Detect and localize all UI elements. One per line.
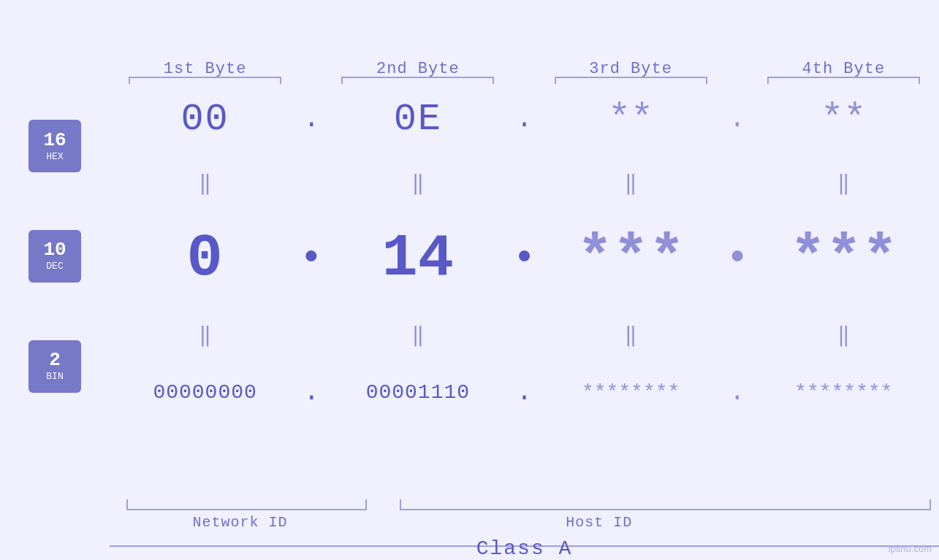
byte-header-2: 2nd Byte [322, 60, 513, 84]
equals-3: ‖ [536, 171, 726, 196]
dec-byte-3: *** [536, 225, 726, 293]
dot-bin-3: . [726, 377, 748, 407]
dot-hex-1: . [300, 104, 322, 134]
equals-8: ‖ [748, 323, 939, 348]
dot-dec-1: • [300, 237, 322, 280]
equals-row-2: ‖ ‖ ‖ ‖ [110, 321, 939, 350]
badges-column: 16 HEX 10 DEC 2 BIN [0, 84, 110, 465]
bracket-network [126, 499, 367, 510]
equals-row-1: ‖ ‖ ‖ ‖ [110, 169, 939, 198]
bottom-section: Network ID Host ID Class A [110, 465, 939, 560]
bracket-top-1 [129, 77, 281, 84]
bin-byte-2: 00001110 [322, 381, 513, 404]
hex-row: 00 . 0E . ** . ** [110, 98, 939, 141]
dec-row: 0 • 14 • *** • *** [110, 225, 939, 293]
bin-byte-4: ******** [748, 381, 939, 404]
dot-bin-2: . [514, 377, 536, 407]
equals-1: ‖ [110, 171, 300, 196]
dot-bin-1: . [300, 377, 322, 407]
badge-bin: 2 BIN [28, 340, 81, 393]
bracket-top-2 [341, 77, 494, 84]
bracket-top-3 [555, 77, 707, 84]
watermark: ipshu.com [889, 543, 932, 554]
hex-byte-3: ** [536, 98, 726, 141]
bytes-grid: 00 . 0E . ** . ** ‖ ‖ [110, 84, 939, 465]
hex-byte-4: ** [748, 98, 939, 141]
equals-5: ‖ [110, 323, 300, 348]
bin-row: 00000000 . 00001110 . ******** . *******… [110, 377, 939, 407]
header-row: 1st Byte 2nd Byte 3rd Byte 4th Byte [110, 0, 939, 84]
dec-byte-4: *** [749, 225, 939, 293]
byte-header-3: 3rd Byte [536, 60, 726, 84]
host-id-label: Host ID [566, 514, 632, 531]
content-area: 16 HEX 10 DEC 2 BIN 00 . 0E [0, 84, 939, 465]
bracket-top-4 [767, 77, 920, 84]
dot-dec-2: • [513, 237, 536, 280]
equals-4: ‖ [748, 171, 939, 196]
dot-hex-3: . [726, 104, 748, 134]
equals-2: ‖ [322, 171, 513, 196]
hex-byte-1: 00 [110, 98, 300, 141]
badge-hex: 16 HEX [28, 120, 81, 172]
badge-dec: 10 DEC [28, 230, 81, 283]
dot-dec-3: • [726, 237, 748, 280]
dot-hex-2: . [514, 104, 536, 134]
equals-6: ‖ [322, 323, 513, 348]
byte-header-4: 4th Byte [748, 60, 939, 84]
bin-byte-3: ******** [536, 381, 726, 404]
hex-byte-2: 0E [322, 98, 513, 141]
bracket-host [400, 499, 930, 510]
equals-7: ‖ [536, 323, 726, 348]
network-id-label: Network ID [193, 514, 288, 531]
bin-byte-1: 00000000 [110, 381, 300, 404]
main-container: 1st Byte 2nd Byte 3rd Byte 4th Byte 16 H… [0, 0, 939, 560]
byte-header-1: 1st Byte [110, 60, 300, 84]
dec-byte-1: 0 [110, 225, 300, 293]
class-label: Class A [476, 537, 573, 560]
dec-byte-2: 14 [323, 225, 513, 293]
